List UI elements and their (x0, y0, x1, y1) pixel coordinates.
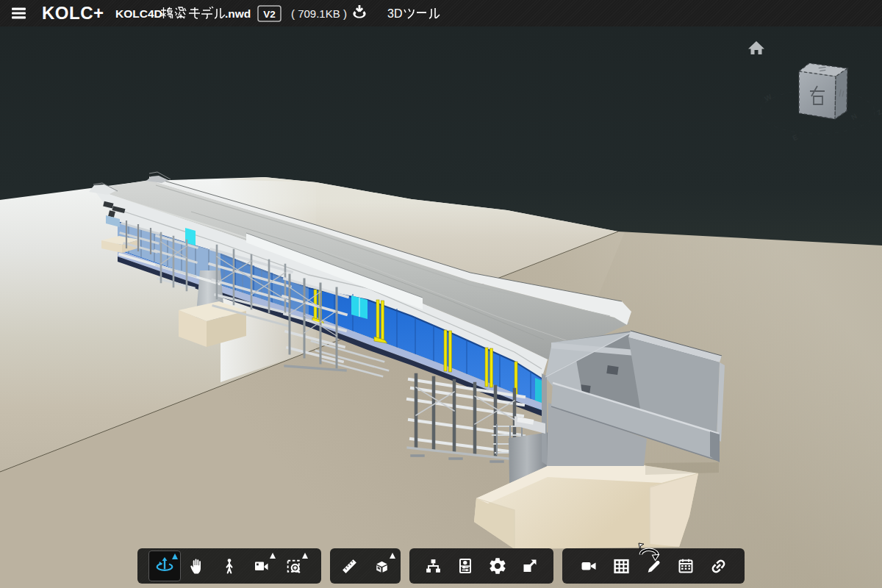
svg-text:KOLC4D: KOLC4D (115, 7, 162, 20)
svg-text:3D: 3D (387, 7, 402, 20)
svg-text:V2: V2 (263, 9, 276, 20)
svg-text:( 709.1KB ): ( 709.1KB ) (291, 7, 347, 20)
svg-text:KOLC+: KOLC+ (42, 3, 104, 23)
svg-text:.nwd: .nwd (225, 7, 251, 20)
